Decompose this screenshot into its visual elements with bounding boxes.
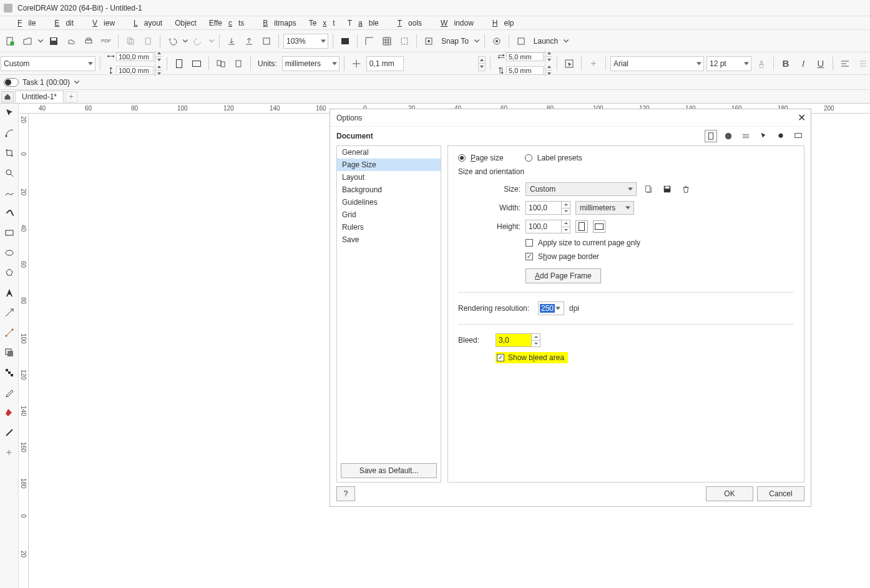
fullscreen-button[interactable]	[338, 34, 353, 49]
save-as-default-button[interactable]: Save as Default...	[341, 463, 437, 478]
dropdown-icon[interactable]	[37, 34, 44, 49]
units-combo[interactable]: millimeters	[282, 56, 340, 71]
undo-button[interactable]	[165, 34, 180, 49]
save-button[interactable]	[46, 34, 61, 49]
transparency-tool[interactable]	[2, 366, 16, 380]
publish-button[interactable]	[259, 34, 274, 49]
apply-current-checkbox[interactable]	[525, 239, 533, 247]
all-pages-button[interactable]	[213, 56, 228, 71]
current-page-button[interactable]	[231, 56, 246, 71]
open-button[interactable]	[20, 34, 35, 49]
shadow-tool[interactable]	[2, 346, 16, 360]
new-doc-button[interactable]	[2, 34, 17, 49]
nav-save[interactable]: Save	[337, 233, 441, 246]
cancel-button[interactable]: Cancel	[757, 486, 804, 501]
menu-bitmaps[interactable]: Bitmaps	[250, 17, 302, 29]
cursor-button[interactable]	[562, 56, 577, 71]
text-tool[interactable]	[2, 286, 16, 300]
italic-button[interactable]: I	[796, 56, 811, 71]
ellipse-tool[interactable]	[2, 246, 16, 260]
nav-grid[interactable]: Grid	[337, 208, 441, 221]
zoom-tool[interactable]	[2, 166, 16, 180]
list-button[interactable]	[855, 56, 870, 71]
bold-button[interactable]: B	[778, 56, 793, 71]
tab-cursor-icon[interactable]	[757, 130, 770, 142]
new-tab-button[interactable]: +	[65, 91, 77, 102]
grid-button[interactable]	[379, 34, 394, 49]
menu-window[interactable]: Window	[428, 17, 480, 29]
help-button[interactable]: ?	[336, 486, 355, 501]
import-button[interactable]	[224, 34, 239, 49]
home-button[interactable]	[1, 91, 14, 102]
dup-y-input[interactable]: 5,0 mm	[506, 66, 544, 75]
artistic-tool[interactable]	[2, 206, 16, 220]
menu-edit[interactable]: Edit	[42, 17, 80, 29]
nav-general[interactable]: General	[337, 146, 441, 159]
menu-object[interactable]: Object	[169, 17, 203, 29]
fontsize-combo[interactable]: 12 pt	[706, 56, 751, 71]
zoom-combo[interactable]: 103%	[283, 34, 328, 49]
font-variant-button[interactable]: A̲	[754, 56, 769, 71]
nav-guidelines[interactable]: Guidelines	[337, 196, 441, 208]
rectangle-tool[interactable]	[2, 226, 16, 240]
menu-effects[interactable]: Effects	[203, 17, 250, 29]
dropdown-icon[interactable]	[563, 34, 569, 49]
snap-to-label[interactable]: Snap To	[439, 37, 471, 46]
launch-label[interactable]: Launch	[531, 37, 560, 46]
fill-tool[interactable]	[2, 406, 16, 419]
show-border-checkbox[interactable]	[525, 253, 533, 260]
add-button[interactable]: +	[586, 56, 601, 71]
dimension-tool[interactable]	[2, 306, 16, 320]
show-bleed-checkbox[interactable]	[497, 354, 504, 361]
add-tool-button[interactable]: +	[2, 446, 16, 459]
portrait-orient-button[interactable]	[575, 220, 588, 233]
underline-button[interactable]: U	[813, 56, 828, 71]
tab-workspace-icon[interactable]	[740, 130, 752, 142]
redo-button[interactable]	[191, 34, 206, 49]
open-preset-button[interactable]	[642, 182, 655, 196]
snap-icon[interactable]	[421, 34, 436, 49]
landscape-orient-button[interactable]	[593, 220, 605, 233]
width-input[interactable]: 100,0	[525, 201, 570, 215]
add-page-frame-button[interactable]: Add Page Frame	[525, 268, 601, 283]
eyedropper-tool[interactable]	[2, 386, 16, 399]
tab-document-icon[interactable]	[705, 130, 717, 142]
shape-tool[interactable]	[2, 126, 16, 140]
bleed-input[interactable]: 3,0	[496, 333, 540, 347]
tab-untitled[interactable]: Untitled-1*	[15, 91, 64, 102]
nav-background[interactable]: Background	[337, 184, 441, 196]
record-toggle[interactable]	[4, 78, 19, 87]
page-height-input[interactable]: 100,0 mm	[116, 66, 154, 75]
copy-button[interactable]	[123, 34, 138, 49]
menu-text[interactable]: Text	[303, 17, 341, 29]
landscape-button[interactable]	[189, 56, 204, 71]
paste-button[interactable]	[140, 34, 155, 49]
menu-help[interactable]: Help	[480, 17, 521, 29]
nav-rulers[interactable]: Rulers	[337, 221, 441, 233]
dropdown-icon[interactable]	[208, 34, 215, 49]
align-button[interactable]	[838, 56, 853, 71]
export-pdf-button[interactable]: PDF	[99, 34, 114, 49]
width-units-combo[interactable]: millimeters	[575, 201, 634, 215]
font-combo[interactable]: Arial	[610, 56, 704, 71]
delete-preset-button[interactable]	[679, 182, 693, 196]
export-button[interactable]	[242, 34, 257, 49]
freehand-tool[interactable]	[2, 186, 16, 200]
page-width-input[interactable]: 100,0 mm	[116, 52, 154, 61]
height-input[interactable]: 100,0	[525, 220, 570, 233]
connector-tool[interactable]	[2, 326, 16, 340]
crop-tool[interactable]	[2, 146, 16, 160]
print-button[interactable]	[81, 34, 96, 49]
ok-button[interactable]: OK	[706, 486, 753, 501]
dropdown-icon[interactable]	[474, 34, 480, 49]
resolution-combo[interactable]: 250	[538, 301, 564, 315]
nudge-input[interactable]: 0,1 mm	[366, 56, 404, 71]
guidelines-button[interactable]	[397, 34, 412, 49]
radio-page-size[interactable]	[458, 154, 466, 162]
menu-table[interactable]: Table	[341, 17, 385, 29]
menu-tools[interactable]: Tools	[385, 17, 428, 29]
cloud-button[interactable]	[64, 34, 79, 49]
nav-layout[interactable]: Layout	[337, 171, 441, 184]
menu-layout[interactable]: Layout	[121, 17, 169, 29]
portrait-button[interactable]	[172, 56, 187, 71]
